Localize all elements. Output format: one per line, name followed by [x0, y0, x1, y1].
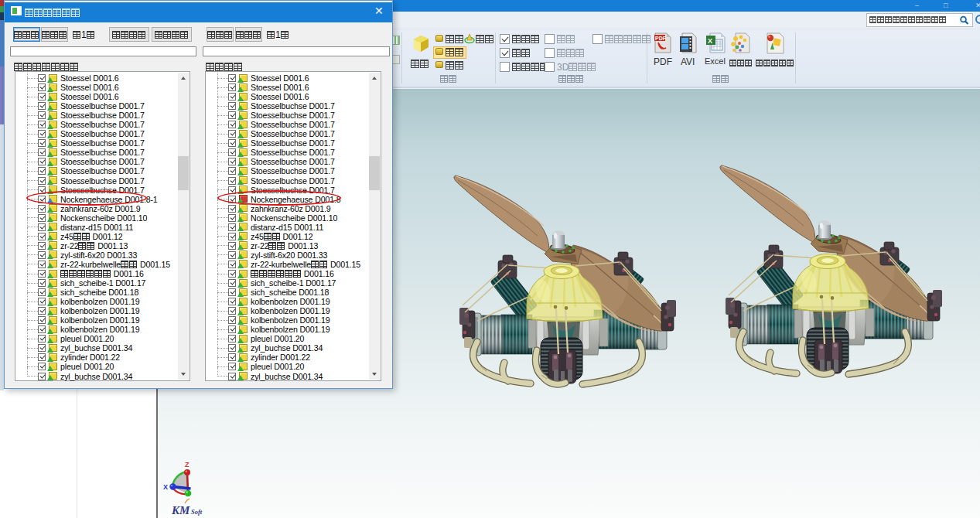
svg-text:X: X — [708, 37, 712, 45]
svg-text:PDF: PDF — [655, 36, 667, 41]
